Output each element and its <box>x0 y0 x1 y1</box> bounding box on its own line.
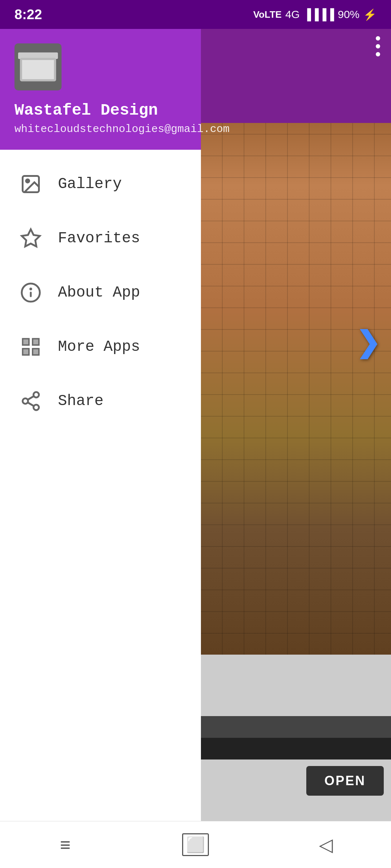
gallery-icon <box>18 171 43 197</box>
bottom-bar-1 <box>201 738 391 760</box>
more-apps-label: More Apps <box>58 338 140 356</box>
right-panel-header-bg <box>201 29 391 123</box>
navigation-drawer: Wastafel Design whitecloudstechnologies@… <box>0 0 201 868</box>
status-icons: VoLTE 4G ▐▐▐▐ 90% ⚡ <box>253 8 377 21</box>
svg-rect-8 <box>33 339 39 345</box>
back-icon: ◁ <box>319 834 333 855</box>
menu-item-about[interactable]: About App <box>0 265 201 320</box>
svg-point-6 <box>30 289 31 290</box>
status-time: 8:22 <box>14 7 42 22</box>
hamburger-icon: ≡ <box>60 834 70 855</box>
nav-menu-button[interactable]: ≡ <box>47 830 83 859</box>
svg-rect-9 <box>23 349 29 355</box>
dot-2 <box>376 44 380 48</box>
battery-icon: 90% <box>338 8 360 21</box>
open-button[interactable]: OPEN <box>306 766 384 796</box>
charging-icon: ⚡ <box>363 8 377 21</box>
share-icon <box>18 388 43 414</box>
menu-item-more-apps[interactable]: More Apps <box>0 320 201 374</box>
home-icon: ⬜ <box>182 833 209 856</box>
volte-icon: VoLTE <box>253 9 281 20</box>
info-icon <box>18 280 43 305</box>
star-icon <box>18 226 43 251</box>
svg-rect-7 <box>23 339 29 345</box>
share-label: Share <box>58 392 104 410</box>
menu-item-gallery[interactable]: Gallery <box>0 157 201 211</box>
svg-marker-2 <box>22 229 40 247</box>
grid-icon <box>18 334 43 359</box>
nav-back-button[interactable]: ◁ <box>308 830 344 859</box>
svg-point-13 <box>34 405 39 410</box>
drawer-menu: Gallery Favorites About App <box>0 150 201 868</box>
app-name: Wastafel Design <box>14 101 186 119</box>
gallery-label: Gallery <box>58 175 122 193</box>
svg-line-15 <box>28 396 34 400</box>
svg-point-11 <box>34 392 39 397</box>
sink-icon <box>18 51 58 83</box>
bottom-bar-2 <box>201 716 391 738</box>
nav-home-button[interactable]: ⬜ <box>177 830 214 859</box>
navigation-bar: ≡ ⬜ ◁ <box>0 821 391 868</box>
app-email: whitecloudstechnologies@gmail.com <box>14 123 186 135</box>
svg-line-14 <box>28 403 34 406</box>
network-bars-icon: ▐▐▐▐ <box>303 8 334 21</box>
about-label: About App <box>58 284 140 301</box>
svg-point-12 <box>23 399 28 404</box>
status-bar: 8:22 VoLTE 4G ▐▐▐▐ 90% ⚡ <box>0 0 391 29</box>
overflow-menu-button[interactable] <box>376 36 380 56</box>
dot-1 <box>376 36 380 41</box>
dot-3 <box>376 52 380 56</box>
menu-item-favorites[interactable]: Favorites <box>0 211 201 265</box>
signal-icon: 4G <box>285 8 300 21</box>
favorites-label: Favorites <box>58 230 140 247</box>
svg-point-1 <box>26 180 29 183</box>
menu-item-share[interactable]: Share <box>0 374 201 428</box>
svg-rect-10 <box>33 349 39 355</box>
app-avatar <box>14 43 62 90</box>
next-arrow-button[interactable]: ❯ <box>356 326 380 359</box>
